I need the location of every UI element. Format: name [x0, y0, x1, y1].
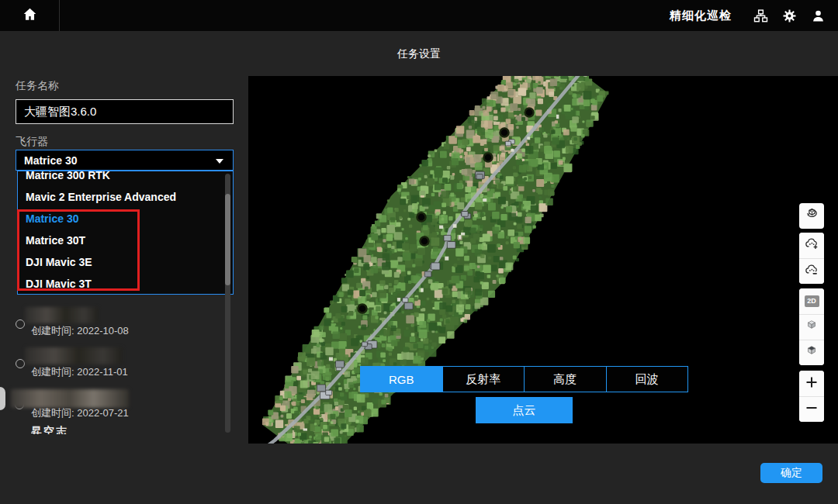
point-size-increase-button[interactable] — [799, 233, 824, 258]
2d-badge-icon: 2D — [805, 295, 819, 307]
point-cloud-viewer[interactable]: RGB 反射率 高度 回波 点云 — [248, 76, 838, 444]
task-created-2: 创建时间: 2022-11-01 — [31, 365, 128, 379]
plus-icon — [804, 375, 819, 393]
partial-task-label: 昇空志 — [31, 425, 68, 434]
redacted-task-name-3 — [11, 389, 129, 408]
aircraft-selected-value: Matrice 30 — [24, 154, 77, 167]
confirm-button[interactable]: 确定 — [760, 463, 822, 483]
top-bar: 精细化巡检 — [0, 0, 838, 31]
task-created-1: 创建时间: 2022-10-08 — [31, 324, 129, 338]
mode-3d-dark-button[interactable] — [799, 340, 824, 365]
cloud-plus-icon — [805, 236, 819, 254]
aircraft-select[interactable]: Matrice 30 — [16, 150, 234, 171]
zoom-in-button[interactable] — [799, 371, 824, 396]
task-name-input[interactable] — [16, 99, 234, 124]
app-title: 精细化巡检 — [670, 9, 732, 23]
scrollbar-thumb[interactable] — [225, 194, 230, 285]
cloud-minus-icon — [805, 263, 819, 281]
tab-echo[interactable]: 回波 — [607, 366, 689, 392]
mode-3d-light-button[interactable] — [799, 314, 824, 340]
cube-dark-icon — [805, 344, 819, 361]
point-size-decrease-button[interactable] — [799, 258, 824, 284]
aircraft-dropdown-list: Matrice 300 RTK Mavic 2 Enterprise Advan… — [17, 171, 234, 295]
left-panel-scrollbar[interactable] — [225, 174, 230, 433]
aircraft-option-matrice-30[interactable]: Matrice 30 — [18, 212, 233, 230]
aircraft-option-matrice-30t[interactable]: Matrice 30T — [18, 234, 233, 251]
partial-task-item: 昇空志 — [31, 424, 132, 434]
settings-gear-icon[interactable] — [781, 8, 797, 23]
cube-rotate-icon — [805, 207, 819, 225]
user-account-icon[interactable] — [810, 8, 826, 23]
panel-collapse-handle[interactable] — [0, 387, 5, 410]
tab-rgb[interactable]: RGB — [360, 366, 443, 392]
task-created-3: 创建时间: 2022-07-21 — [31, 406, 129, 420]
cube-light-icon — [805, 319, 819, 336]
tool-group-zoom — [799, 371, 824, 422]
mode-2d-button[interactable]: 2D — [799, 288, 824, 314]
home-button[interactable] — [0, 0, 60, 31]
render-mode-tabs: RGB 反射率 高度 回波 — [360, 366, 688, 392]
minus-icon — [804, 400, 819, 419]
tab-height[interactable]: 高度 — [525, 366, 607, 392]
task-radio-1[interactable] — [16, 319, 25, 329]
aircraft-option-matrice-300-rtk[interactable]: Matrice 300 RTK — [18, 171, 233, 186]
page-title: 任务设置 — [0, 47, 838, 61]
redacted-task-name-2 — [25, 347, 123, 364]
point-cloud-button[interactable]: 点云 — [476, 397, 573, 423]
chevron-down-icon — [216, 159, 223, 164]
redacted-task-name-1 — [25, 307, 99, 323]
tab-reflectance[interactable]: 反射率 — [443, 366, 525, 392]
tool-group-view — [799, 203, 824, 229]
aircraft-option-dji-mavic-3t[interactable]: DJI Mavic 3T — [18, 278, 233, 295]
aircraft-option-mavic2-enterprise-advanced[interactable]: Mavic 2 Enterprise Advanced — [18, 191, 233, 208]
tool-group-density — [799, 233, 824, 284]
task-radio-2[interactable] — [16, 359, 25, 368]
sitemap-icon[interactable] — [753, 8, 768, 23]
tool-group-dimension: 2D — [799, 288, 824, 365]
aircraft-option-dji-mavic-3e[interactable]: DJI Mavic 3E — [18, 256, 233, 273]
home-icon — [22, 6, 38, 26]
zoom-out-button[interactable] — [799, 396, 824, 422]
task-name-label: 任务名称 — [16, 79, 59, 93]
aircraft-label: 飞行器 — [16, 135, 48, 149]
view-3d-reset-button[interactable] — [799, 203, 824, 229]
